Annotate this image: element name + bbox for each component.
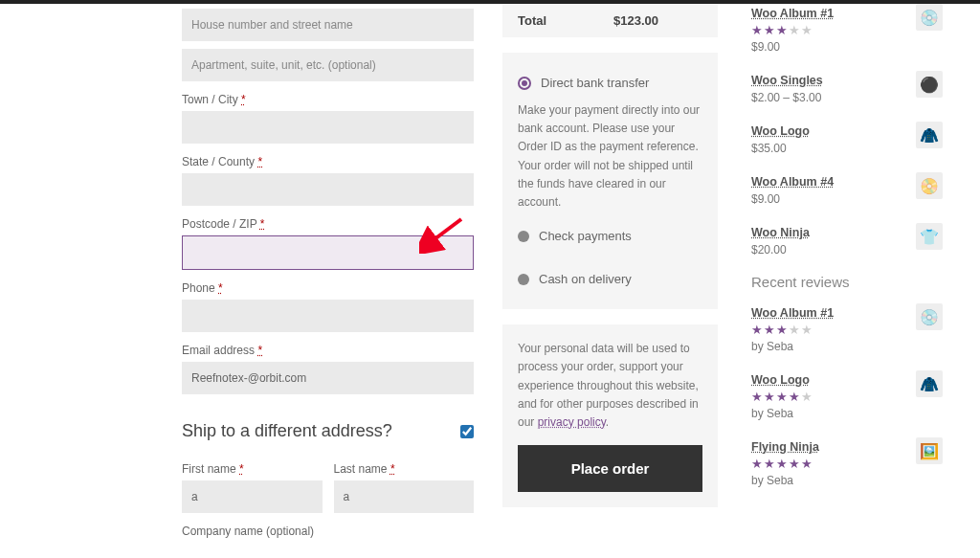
star-rating: ★★★★★ xyxy=(751,457,916,471)
star-rating: ★★★★★ xyxy=(751,390,916,404)
town-input[interactable] xyxy=(182,111,474,144)
sidebar-column: Woo Album #1 ★★★★★ $9.00 💿 Woo Singles $… xyxy=(751,4,943,543)
star-rating: ★★★★★ xyxy=(751,23,916,37)
phone-label: Phone * xyxy=(182,281,474,295)
svg-line-1 xyxy=(431,219,461,242)
total-label: Total xyxy=(518,13,613,28)
payment-check-option[interactable]: Check payments xyxy=(518,229,702,243)
place-order-button[interactable]: Place order xyxy=(518,445,702,492)
review-item: Woo Album #1 ★★★★★ by Seba 💿 xyxy=(751,303,943,353)
state-label: State / County * xyxy=(182,155,474,168)
bank-label: Direct bank transfer xyxy=(541,76,649,90)
product-item: Woo Ninja $20.00 👕 xyxy=(751,223,943,257)
apartment-input[interactable] xyxy=(182,49,474,81)
poster-icon: 🖼️ xyxy=(916,437,943,464)
disc-icon: 💿 xyxy=(916,303,943,330)
order-total-box: Total $123.00 xyxy=(502,4,718,37)
vinyl-icon: ⚫ xyxy=(916,71,943,98)
last-name-label: Last name * xyxy=(334,462,475,476)
review-product-link[interactable]: Woo Album #1 xyxy=(751,306,834,320)
email-input[interactable] xyxy=(182,362,474,394)
product-price: $2.00 – $3.00 xyxy=(751,91,916,104)
review-item: Flying Ninja ★★★★★ by Seba 🖼️ xyxy=(751,437,943,487)
review-author: by Seba xyxy=(751,407,916,420)
bank-description: Make your payment directly into our bank… xyxy=(518,101,702,212)
check-label: Check payments xyxy=(539,229,632,243)
attention-arrow-icon xyxy=(419,215,467,254)
total-value: $123.00 xyxy=(613,13,658,28)
radio-unselected-icon xyxy=(518,274,529,285)
billing-column: Town / City * State / County * Postcode … xyxy=(182,4,474,543)
reviews-heading: Recent reviews xyxy=(751,274,943,290)
product-link[interactable]: Woo Album #4 xyxy=(751,175,834,189)
order-column: Total $123.00 Direct bank transfer Make … xyxy=(502,4,718,543)
product-item: Woo Logo $35.00 🧥 xyxy=(751,122,943,155)
product-link[interactable]: Woo Album #1 xyxy=(751,7,834,20)
product-link[interactable]: Woo Logo xyxy=(751,124,810,138)
star-rating: ★★★★★ xyxy=(751,323,916,337)
product-price: $35.00 xyxy=(751,142,916,155)
ship-different-checkbox[interactable] xyxy=(460,425,474,438)
street-input[interactable] xyxy=(182,9,474,41)
payment-cod-option[interactable]: Cash on delivery xyxy=(518,272,702,286)
main-container: Town / City * State / County * Postcode … xyxy=(0,4,980,543)
phone-input[interactable] xyxy=(182,300,474,332)
ship-different-heading: Ship to a different address? xyxy=(182,421,474,441)
privacy-box: Your personal data will be used to proce… xyxy=(502,324,718,507)
payment-bank-option[interactable]: Direct bank transfer xyxy=(518,76,702,90)
disc-icon: 💿 xyxy=(916,4,943,31)
review-author: by Seba xyxy=(751,340,916,353)
state-input[interactable] xyxy=(182,173,474,206)
product-item: Woo Album #4 $9.00 📀 xyxy=(751,172,943,206)
product-item: Woo Singles $2.00 – $3.00 ⚫ xyxy=(751,71,943,104)
review-item: Woo Logo ★★★★★ by Seba 🧥 xyxy=(751,370,943,420)
review-product-link[interactable]: Woo Logo xyxy=(751,373,810,387)
radio-selected-icon xyxy=(518,77,531,90)
tee-icon: 👕 xyxy=(916,223,943,250)
last-name-input[interactable] xyxy=(334,480,475,513)
radio-unselected-icon xyxy=(518,231,529,242)
hoodie-icon: 🧥 xyxy=(916,370,943,397)
product-price: $9.00 xyxy=(751,192,916,206)
disc2-icon: 📀 xyxy=(916,172,943,199)
product-price: $9.00 xyxy=(751,40,916,54)
product-price: $20.00 xyxy=(751,243,916,257)
company-label: Company name (optional) xyxy=(182,525,474,538)
payment-box: Direct bank transfer Make your payment d… xyxy=(502,53,718,309)
town-label: Town / City * xyxy=(182,93,474,106)
product-link[interactable]: Woo Singles xyxy=(751,74,823,87)
first-name-input[interactable] xyxy=(182,480,323,513)
cod-label: Cash on delivery xyxy=(539,272,632,286)
product-link[interactable]: Woo Ninja xyxy=(751,226,810,239)
first-name-label: First name * xyxy=(182,462,323,476)
review-product-link[interactable]: Flying Ninja xyxy=(751,440,819,454)
hoodie-icon: 🧥 xyxy=(916,122,943,148)
product-item: Woo Album #1 ★★★★★ $9.00 💿 xyxy=(751,4,943,54)
email-label: Email address * xyxy=(182,344,474,357)
privacy-policy-link[interactable]: privacy policy xyxy=(538,415,606,429)
review-author: by Seba xyxy=(751,474,916,487)
